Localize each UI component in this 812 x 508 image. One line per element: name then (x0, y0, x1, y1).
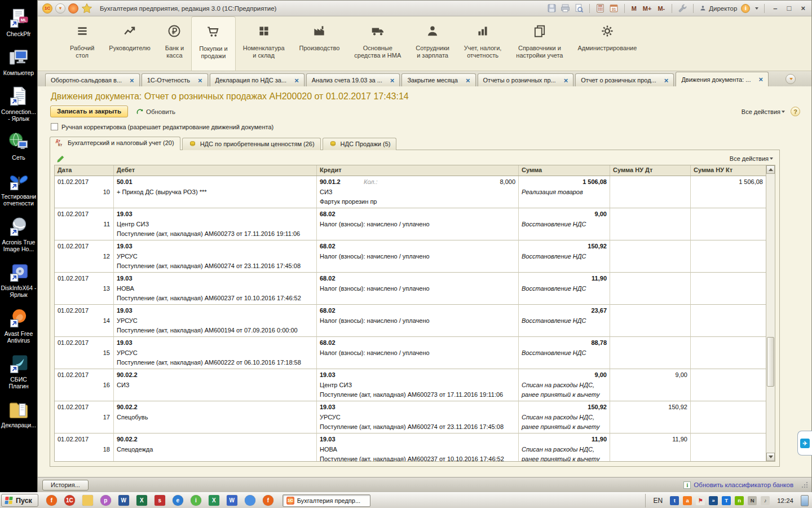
tab-close-icon[interactable]: × (466, 77, 470, 84)
scroll-up-icon[interactable] (766, 165, 775, 174)
col-header-nu-kt[interactable]: Сумма НУ Кт (691, 165, 766, 176)
ribbon-section[interactable]: Покупки и продажи (191, 16, 236, 71)
paint-icon[interactable]: p (100, 495, 111, 506)
tab-close-icon[interactable]: × (294, 77, 299, 84)
current-user[interactable]: Директор (699, 5, 737, 12)
1c-app-icon[interactable]: 1С (64, 495, 75, 506)
word-blue-icon[interactable]: W (227, 495, 237, 506)
show-desktop-button[interactable] (801, 495, 809, 506)
tab-close-icon[interactable]: × (564, 77, 568, 84)
wrench-icon[interactable] (678, 3, 687, 13)
tab-close-icon[interactable]: × (664, 77, 669, 84)
help-icon[interactable]: ? (791, 107, 800, 116)
ribbon-section[interactable]: Учет, налоги, отчетность (457, 16, 509, 71)
manual-adjustment-checkbox[interactable] (51, 123, 58, 130)
update-bank-classifier-link[interactable]: i Обновить классификатор банков (683, 481, 793, 489)
calendar-icon[interactable]: 31 (609, 3, 619, 13)
desktop-icon[interactable]: Acronis True Image Ho... (1, 216, 37, 252)
ribbon-section[interactable]: Сотрудники и зарплата (408, 16, 457, 71)
word-icon[interactable]: W (118, 495, 129, 506)
save-icon[interactable] (547, 3, 557, 13)
desktop-icon[interactable]: Connection... - Ярлык (1, 86, 37, 122)
app-logo-icon[interactable]: 1С (42, 3, 52, 14)
memory-mplus-button[interactable]: M+ (642, 5, 653, 12)
refresh-button[interactable]: Обновить (136, 108, 175, 116)
favorites-circle-icon[interactable] (68, 3, 78, 14)
security-flag-icon[interactable]: ⚑ (696, 496, 705, 505)
vertical-scrollbar[interactable] (766, 165, 775, 461)
excel-icon[interactable]: X (136, 495, 147, 506)
calculator-icon[interactable] (595, 3, 605, 13)
register-tab[interactable]: ДтКт Бухгалтерский и налоговый учет (20) (50, 137, 180, 150)
history-button[interactable]: История... (42, 480, 89, 491)
volume-tray-icon[interactable]: ♪ (761, 496, 770, 505)
start-button[interactable]: Пуск (1, 494, 38, 507)
window-tab[interactable]: Закрытие месяца × (401, 73, 475, 86)
table-row[interactable]: 01.02.2017 11 19.03 Центр СИЗ Поступлени… (55, 208, 766, 240)
ribbon-section[interactable]: Справочники и настройки учета (509, 16, 570, 71)
taskbar-app-button[interactable]: 1С Бухгалтерия предпр... (283, 494, 370, 507)
edit-pencil-icon[interactable] (56, 155, 65, 163)
ribbon-section[interactable]: Производство (292, 16, 347, 71)
window-tab[interactable]: Движения документа: ... × (676, 72, 769, 86)
ribbon-section[interactable]: Банк и касса (158, 16, 191, 71)
firefox-icon[interactable]: f (46, 495, 57, 506)
table-row[interactable]: 01.02.2017 14 19.03 УРСУС Поступление (а… (55, 305, 766, 337)
save-app-icon[interactable]: s (155, 495, 165, 506)
col-header-sum[interactable]: Сумма (519, 165, 610, 176)
table-row[interactable]: 01.02.2017 17 90.02.2 Спецобувь 19.03 (55, 401, 766, 433)
desktop-icon[interactable]: Тестировани отчетности (1, 170, 37, 207)
save-and-close-button[interactable]: Записать и закрыть (50, 106, 128, 117)
tab-close-icon[interactable]: × (758, 76, 763, 83)
col-header-debit[interactable]: Дебет (114, 165, 317, 176)
folder-qlicon[interactable] (82, 495, 93, 506)
window-tab[interactable]: Анализ счета 19.03 за ... × (306, 73, 400, 86)
window-tab[interactable]: Отчет о розничных прод... × (575, 73, 674, 86)
scroll-down-icon[interactable] (766, 453, 775, 461)
desktop-icon[interactable]: Avast Free Antivirus (1, 308, 37, 344)
ribbon-section[interactable]: Номенклатура и склад (236, 16, 292, 71)
ribbon-section[interactable]: Руководителю (102, 16, 157, 71)
star-icon[interactable] (81, 3, 92, 14)
excel-green-icon[interactable]: X (209, 495, 219, 506)
tab-close-icon[interactable]: × (390, 77, 395, 84)
ribbon-section[interactable]: Администрирование (570, 16, 644, 71)
all-actions-button[interactable]: Все действия (742, 108, 785, 115)
print-icon[interactable] (561, 3, 570, 13)
tab-close-icon[interactable]: × (130, 77, 134, 84)
table-row[interactable]: 01.02.2017 16 90.02.2 СИЗ 19.03 (55, 369, 766, 401)
tab-list-dropdown-icon[interactable] (785, 74, 796, 84)
desktop-icon[interactable]: DiskInfoX64 - Ярлык (1, 262, 37, 298)
col-header-credit[interactable]: Кредит (317, 165, 519, 176)
tab-close-icon[interactable]: × (198, 77, 202, 84)
col-header-nu-dt[interactable]: Сумма НУ Дт (610, 165, 691, 176)
firefox2-icon[interactable]: f (263, 495, 273, 506)
table-row[interactable]: 01.02.2017 12 19.03 УРСУС Поступление (а… (55, 240, 766, 273)
network-tray-icon[interactable]: N (748, 496, 757, 505)
resize-grip[interactable] (801, 481, 808, 488)
ribbon-section[interactable]: Рабочий стол (63, 16, 102, 71)
table-row[interactable]: 01.02.2017 13 19.03 НОВА Поступление (ак… (55, 273, 766, 305)
scheduler-tray-icon[interactable]: t (670, 496, 679, 505)
language-indicator[interactable]: EN (650, 497, 667, 505)
desktop-icon[interactable]: Компьютер (1, 47, 37, 76)
window-tab[interactable]: Отчеты о розничных пр... × (478, 73, 574, 86)
print-preview-icon[interactable] (574, 3, 584, 13)
memory-m-button[interactable]: M (630, 5, 638, 12)
edge-panel[interactable]: ✈ (797, 431, 812, 456)
info-icon[interactable]: i (741, 4, 750, 13)
close-button[interactable]: × (798, 4, 808, 12)
scrollbar-thumb[interactable] (767, 337, 774, 387)
register-tab[interactable]: НДС Продажи (5) (323, 138, 397, 150)
memory-mminus-button[interactable]: M- (656, 5, 666, 12)
teamviewer-tray-icon[interactable]: T (722, 496, 731, 505)
avast-tray-icon[interactable]: a (683, 496, 692, 505)
register-tab[interactable]: НДС по приобретенным ценностям (26) (182, 138, 321, 150)
ie-icon[interactable]: e (173, 495, 183, 506)
info-dropdown-icon[interactable] (755, 7, 758, 10)
icq-icon[interactable]: i (191, 495, 201, 506)
window-tab[interactable]: Декларация по НДС за... × (210, 73, 304, 86)
desktop-icon[interactable]: СБИС Плагин (1, 353, 37, 389)
window-tab[interactable]: 1С-Отчетность × (142, 73, 208, 86)
table-row[interactable]: 01.02.2017 10 50.01 + Приход ДС (выручка… (55, 176, 766, 208)
